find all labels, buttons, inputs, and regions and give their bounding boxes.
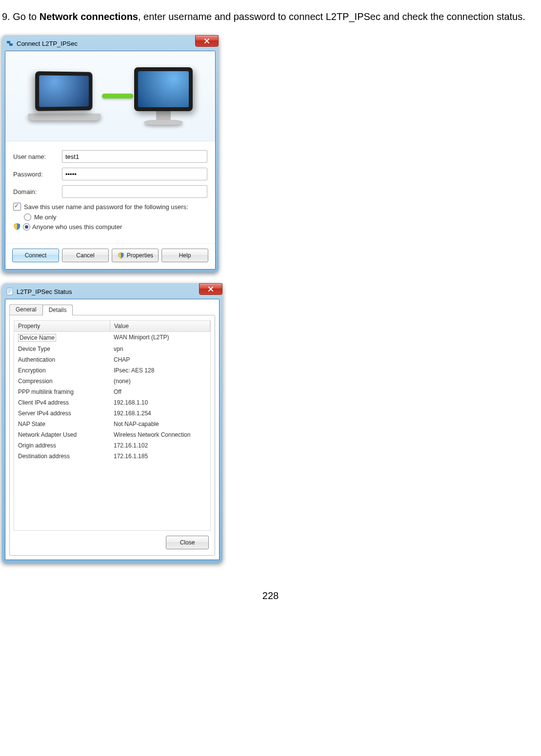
- cell-property: Compression: [14, 376, 110, 387]
- cell-property: Destination address: [14, 451, 110, 462]
- tab-details-label: Details: [49, 307, 67, 313]
- cable-icon: [102, 94, 133, 98]
- shield-icon: [117, 252, 125, 259]
- password-input[interactable]: [62, 168, 207, 180]
- connect-titlebar[interactable]: Connect L2TP_IPSec: [5, 38, 216, 51]
- table-row[interactable]: Origin address172.16.1.102: [14, 440, 210, 451]
- instruction-bold: Network connections: [40, 11, 138, 22]
- table-row[interactable]: EncryptionIPsec: AES 128: [14, 365, 210, 376]
- domain-input[interactable]: [62, 185, 207, 198]
- cell-property: Origin address: [14, 440, 110, 451]
- table-row[interactable]: Client IPv4 address192.168.1.10: [14, 397, 210, 408]
- table-row[interactable]: Device NameWAN Miniport (L2TP): [14, 332, 210, 344]
- password-label: Password:: [13, 171, 62, 178]
- domain-label: Domain:: [13, 188, 62, 195]
- properties-button[interactable]: Properties: [112, 249, 159, 262]
- connect-dialog: Connect L2TP_IPSec: [2, 35, 219, 272]
- cell-property: PPP multilink framing: [14, 387, 110, 397]
- save-credentials-checkbox[interactable]: [13, 203, 21, 211]
- close-dialog-button-label: Close: [180, 539, 195, 546]
- cell-property: Network Adapter Used: [14, 429, 110, 440]
- cell-value: vpn: [110, 344, 210, 354]
- close-icon: [204, 38, 210, 44]
- username-label: User name:: [13, 153, 62, 160]
- header-value: Value: [110, 321, 210, 331]
- instruction-prefix: 9. Go to: [2, 11, 40, 22]
- cell-value: 192.168.1.10: [110, 397, 210, 408]
- table-row[interactable]: PPP multilink framingOff: [14, 387, 210, 397]
- cell-value: Off: [110, 387, 210, 397]
- properties-button-label: Properties: [127, 252, 154, 259]
- close-icon: [208, 286, 214, 292]
- details-panel: Property Value Device NameWAN Miniport (…: [9, 315, 215, 556]
- cell-value: Not NAP-capable: [110, 419, 210, 429]
- document-icon: [6, 288, 14, 295]
- status-title: L2TP_IPSec Status: [17, 288, 72, 295]
- cell-property: Server IPv4 address: [14, 408, 110, 419]
- table-row[interactable]: Server IPv4 address192.168.1.254: [14, 408, 210, 419]
- laptop-icon: [28, 72, 101, 120]
- username-input[interactable]: [62, 150, 207, 163]
- cell-value: 172.16.1.102: [110, 440, 210, 451]
- cell-value: CHAP: [110, 354, 210, 365]
- anyone-label: Anyone who uses this computer: [32, 223, 122, 231]
- connect-title: Connect L2TP_IPSec: [17, 40, 78, 47]
- cell-property: Device Type: [14, 344, 110, 354]
- help-button-label: Help: [179, 252, 191, 259]
- cell-value: 192.168.1.254: [110, 408, 210, 419]
- instruction-suffix: , enter username and password to connect…: [138, 11, 525, 22]
- cell-value: WAN Miniport (L2TP): [110, 332, 210, 344]
- shield-icon: [13, 223, 21, 231]
- cell-value: Wireless Network Connection: [110, 429, 210, 440]
- instruction-text: 9. Go to Network connections, enter user…: [2, 10, 539, 23]
- connection-illustration: [5, 51, 215, 141]
- connect-button-label: Connect: [25, 252, 47, 259]
- cell-value: 172.16.1.185: [110, 451, 210, 462]
- cancel-button[interactable]: Cancel: [62, 249, 109, 262]
- table-row[interactable]: Compression(none): [14, 376, 210, 387]
- cell-value: (none): [110, 376, 210, 387]
- header-property: Property: [14, 321, 110, 331]
- close-dialog-button[interactable]: Close: [166, 536, 209, 549]
- tab-details[interactable]: Details: [42, 305, 73, 315]
- svg-rect-2: [7, 288, 13, 295]
- table-row[interactable]: NAP StateNot NAP-capable: [14, 419, 210, 429]
- connect-button[interactable]: Connect: [12, 249, 59, 262]
- cell-property: Device Name: [14, 332, 110, 344]
- tab-general[interactable]: General: [9, 304, 43, 315]
- cell-property: Client IPv4 address: [14, 397, 110, 408]
- cell-value: IPsec: AES 128: [110, 365, 210, 376]
- monitor-icon: [134, 67, 193, 125]
- status-dialog: L2TP_IPSec Status General Details Proper…: [2, 283, 222, 563]
- me-only-radio[interactable]: [24, 213, 31, 221]
- anyone-radio[interactable]: [23, 223, 30, 231]
- grid-header[interactable]: Property Value: [14, 321, 210, 332]
- page-number: 228: [2, 590, 539, 601]
- table-row[interactable]: Network Adapter UsedWireless Network Con…: [14, 429, 210, 440]
- tab-general-label: General: [16, 306, 37, 313]
- status-titlebar[interactable]: L2TP_IPSec Status: [5, 286, 220, 299]
- save-credentials-label: Save this user name and password for the…: [24, 203, 188, 211]
- table-row[interactable]: AuthenticationCHAP: [14, 354, 210, 365]
- close-button[interactable]: [195, 35, 219, 47]
- cancel-button-label: Cancel: [76, 252, 94, 259]
- cell-property: Authentication: [14, 354, 110, 365]
- network-icon: [6, 39, 14, 47]
- me-only-label: Me only: [34, 213, 57, 221]
- help-button[interactable]: Help: [161, 249, 208, 262]
- table-row[interactable]: Destination address172.16.1.185: [14, 451, 210, 462]
- cell-property: NAP State: [14, 419, 110, 429]
- close-button[interactable]: [199, 283, 222, 295]
- table-row[interactable]: Device Typevpn: [14, 344, 210, 354]
- details-grid: Property Value Device NameWAN Miniport (…: [14, 320, 211, 531]
- cell-property: Encryption: [14, 365, 110, 376]
